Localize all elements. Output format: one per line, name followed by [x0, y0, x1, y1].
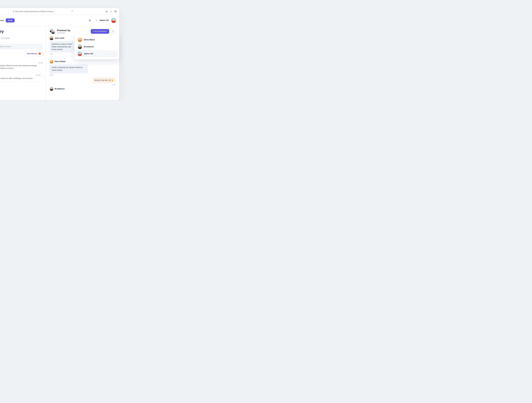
phone-search-input[interactable] — [0, 44, 43, 50]
share-icon[interactable] — [106, 10, 108, 12]
approve-button[interactable] — [107, 52, 111, 56]
avatar — [50, 60, 53, 63]
message-time: 11:50 — [50, 74, 115, 76]
message-bubble: Delichon is a genus of bird family conta… — [50, 41, 74, 52]
chevron-up-icon[interactable] — [95, 19, 97, 21]
emoji: 🔥 🤘 — [108, 79, 113, 81]
history-date: 19 Jun — [0, 62, 43, 64]
message-block: Mr.Alidoost — [50, 87, 115, 91]
header-address-label: ddress — [0, 19, 4, 21]
tabs-icon[interactable] — [114, 10, 117, 12]
participant-row[interactable]: Mr.Alidoost — [76, 43, 118, 50]
message-text: See you, bye bye — [95, 79, 108, 81]
url-text: https://dev.caregiver.pinwheel.com/#/pho… — [15, 11, 53, 12]
avatar[interactable] — [111, 18, 116, 23]
lightbulb-icon[interactable] — [89, 19, 91, 22]
more-menu-button[interactable] — [111, 29, 115, 34]
browser-bar: https://dev.caregiver.pinwheel.com/#/pho… — [0, 8, 119, 15]
participant-row[interactable]: Afshin T2Y — [76, 50, 118, 57]
verify-button[interactable]: Verify — [6, 19, 15, 22]
history-item[interactable]: 19 Jun ve opinion offered met and end ch… — [0, 62, 43, 70]
app-header: ddress Verify Afshin T2Y — [0, 15, 119, 26]
message-sender: Elena Akbari — [55, 61, 66, 63]
message-time: 11:52 — [50, 84, 115, 86]
need-review-filter[interactable]: Need Review 5 — [25, 51, 43, 56]
refresh-icon[interactable] — [71, 10, 73, 12]
participant-name: Mr.Alidoost — [84, 46, 94, 48]
group-member-count: 23 Member — [57, 32, 70, 34]
group-name: Pinwheel Gp — [57, 29, 70, 32]
tab-label: Call history — [1, 37, 10, 39]
header-user-name[interactable]: Afshin T2Y — [100, 19, 109, 21]
message-text: Delichon is a genus of bird family conta… — [52, 43, 72, 50]
kebab-icon — [113, 31, 113, 32]
avatar — [51, 30, 55, 34]
participant-name: Afshin T2Y — [84, 53, 93, 55]
chat-panel: Pinwheel Gp 23 Member Close Participants — [46, 26, 119, 100]
avatar — [50, 87, 53, 91]
reject-button[interactable] — [112, 52, 116, 56]
avatar — [78, 44, 82, 49]
message-sender: John smith — [55, 37, 64, 39]
svg-point-3 — [89, 20, 90, 21]
divider — [0, 42, 46, 42]
filter-label: Need Review — [27, 53, 38, 55]
message-bubble: Family containing four species named as … — [50, 65, 88, 73]
new-tab-icon[interactable] — [110, 10, 112, 12]
left-panel: ory Call history Need Review 5 — [0, 26, 46, 100]
avatar — [50, 36, 53, 40]
avatar — [78, 52, 82, 56]
url-display: https://dev.caregiver.pinwheel.com/#/pho… — [13, 11, 53, 12]
participant-name: Elena Akbari — [84, 39, 95, 41]
avatar — [78, 37, 82, 42]
history-text: ve opinion offered met and end cheered a… — [0, 64, 43, 70]
tab-call-history[interactable]: Call history — [0, 37, 10, 40]
history-text: olonies on cliffs or buildings. ned mud … — [0, 77, 41, 80]
history-item[interactable]: 19 Jun olonies on cliffs or buildings. n… — [0, 72, 43, 82]
message-text: Family containing four species named as … — [52, 67, 82, 71]
outgoing-bubble: See you, bye bye 🔥 🤘 — [92, 78, 115, 83]
close-participants-button[interactable]: Close Participants — [91, 29, 109, 34]
message-sender: Mr.Alidoost — [55, 88, 65, 90]
chat-header: Pinwheel Gp 23 Member Close Participants — [50, 29, 115, 34]
browser-window: https://dev.caregiver.pinwheel.com/#/pho… — [0, 8, 119, 100]
participants-popover: Elena Akbari Mr.Alidoost Afshin T2Y — [75, 34, 119, 59]
filter-count-badge: 5 — [38, 53, 41, 55]
outgoing-row: See you, bye bye 🔥 🤘 — [50, 78, 115, 83]
participant-row[interactable]: Elena Akbari — [76, 36, 118, 43]
message-block: Elena Akbari Family containing four spec… — [50, 60, 115, 76]
history-date: 19 Jun — [0, 74, 41, 76]
lock-icon — [13, 11, 14, 12]
page-title: ory — [0, 29, 43, 34]
svg-rect-0 — [13, 11, 14, 12]
svg-rect-2 — [115, 11, 116, 12]
group-avatar-stack — [50, 29, 55, 34]
phone-icon — [0, 37, 0, 40]
